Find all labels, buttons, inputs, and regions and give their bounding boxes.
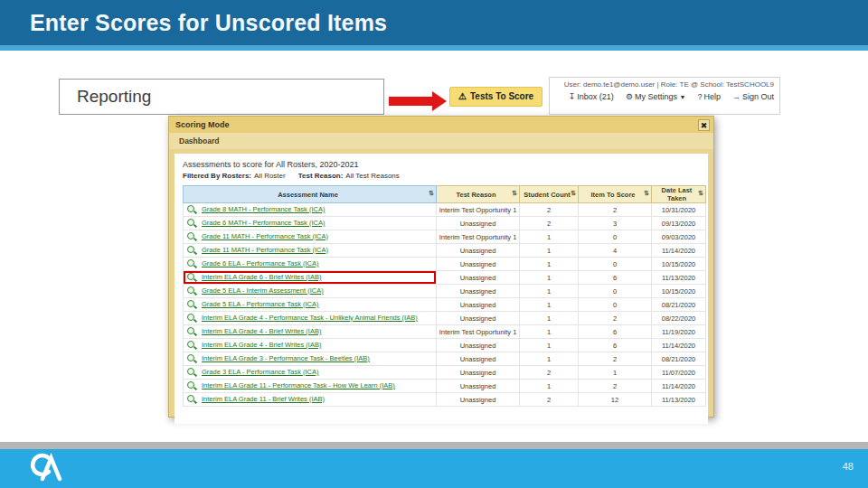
- table-row: Interim ELA Grade 4 - Performance Task -…: [184, 312, 706, 325]
- assessment-link[interactable]: Grade 6 MATH - Performance Task (ICA): [202, 219, 325, 227]
- title-accent-stripe: [0, 45, 868, 51]
- test-reason-cell: Unassigned: [437, 366, 520, 380]
- help-button[interactable]: ?Help: [697, 92, 721, 101]
- column-header-test-reason[interactable]: Test Reason⇅: [437, 186, 520, 203]
- student-count-cell: 2: [520, 366, 579, 380]
- items-to-score-cell: 2: [579, 203, 652, 217]
- date-last-taken-cell: 10/15/2020: [652, 285, 706, 298]
- assessment-cell-highlighted: Interim ELA Grade 6 - Brief Writes (IAB): [184, 271, 437, 285]
- score-magnifier-icon[interactable]: [187, 368, 197, 378]
- sort-icon[interactable]: ⇅: [644, 190, 649, 197]
- column-header-student-count[interactable]: Student Count⇅: [520, 186, 579, 203]
- inbox-icon: ↧: [569, 92, 576, 101]
- date-last-taken-cell: 11/13/2020: [652, 271, 706, 285]
- modal-title: Scoring Mode: [175, 120, 230, 129]
- inbox-button[interactable]: ↧Inbox (21): [569, 92, 614, 101]
- student-count-cell: 1: [520, 244, 579, 258]
- tests-to-score-button[interactable]: ⚠Tests To Score: [449, 87, 542, 107]
- date-last-taken-cell: 11/07/2020: [652, 366, 706, 380]
- date-last-taken-cell: 11/14/2020: [652, 339, 706, 352]
- score-magnifier-icon[interactable]: [187, 395, 197, 405]
- filter-reason-label: Test Reason:: [298, 172, 344, 180]
- assessment-link[interactable]: Interim ELA Grade 6 - Brief Writes (IAB): [202, 273, 321, 281]
- assessment-link[interactable]: Grade 6 ELA - Performance Task (ICA): [202, 259, 319, 267]
- assessment-link[interactable]: Interim ELA Grade 11 - Performance Task …: [202, 381, 395, 389]
- table-row: Interim ELA Grade 3 - Performance Task -…: [184, 352, 706, 366]
- date-last-taken-cell: 08/21/2020: [652, 352, 706, 366]
- assessment-link[interactable]: Grade 5 ELA - Performance Task (ICA): [202, 300, 319, 308]
- items-to-score-cell: 2: [579, 312, 652, 325]
- test-reason-cell: Unassigned: [437, 217, 520, 230]
- table-row: Grade 8 MATH - Performance Task (ICA)Int…: [184, 203, 706, 217]
- assessment-cell: Grade 11 MATH - Performance Task (ICA): [184, 230, 437, 244]
- table-row: Grade 6 ELA - Performance Task (ICA)Unas…: [184, 258, 706, 271]
- test-reason-cell: Interim Test Opportunity 1: [437, 203, 520, 217]
- assessment-link[interactable]: Grade 5 ELA - Interim Assessment (ICA): [202, 286, 324, 295]
- filter-rosters-value: All Roster: [254, 172, 286, 180]
- breadcrumb-dashboard[interactable]: Dashboard: [169, 133, 713, 149]
- table-row: Grade 11 MATH - Performance Task (ICA)In…: [184, 230, 706, 244]
- table-row: Grade 11 MATH - Performance Task (ICA)Un…: [184, 244, 706, 258]
- my-settings-button[interactable]: ⚙My Settings ▼: [626, 92, 686, 101]
- table-header: Assessment Name⇅Test Reason⇅Student Coun…: [184, 186, 706, 203]
- test-reason-cell: Unassigned: [437, 271, 520, 285]
- assessment-link[interactable]: Interim ELA Grade 4 - Brief Writes (IAB): [202, 341, 321, 349]
- score-magnifier-icon[interactable]: [187, 259, 197, 269]
- items-to-score-cell: 2: [579, 380, 652, 393]
- sort-icon[interactable]: ⇅: [698, 190, 703, 197]
- items-to-score-cell: 1: [579, 366, 652, 380]
- items-to-score-cell: 6: [579, 339, 652, 352]
- items-to-score-cell: 4: [579, 244, 652, 258]
- student-count-cell: 1: [520, 339, 579, 352]
- score-magnifier-icon[interactable]: [187, 314, 197, 324]
- score-magnifier-icon[interactable]: [187, 205, 197, 215]
- score-magnifier-icon[interactable]: [187, 232, 197, 242]
- student-count-cell: 1: [520, 325, 579, 339]
- modal-content: Assessments to score for All Rosters, 20…: [175, 154, 708, 424]
- sort-icon[interactable]: ⇅: [571, 190, 576, 197]
- test-reason-cell: Unassigned: [437, 352, 520, 366]
- score-magnifier-icon[interactable]: [187, 219, 197, 229]
- ca-logo: [25, 451, 67, 485]
- table-row: Interim ELA Grade 11 - Brief Writes (IAB…: [184, 393, 706, 407]
- assessment-link[interactable]: Interim ELA Grade 4 - Brief Writes (IAB): [202, 327, 321, 335]
- table-row: Interim ELA Grade 4 - Brief Writes (IAB)…: [184, 339, 706, 352]
- score-magnifier-icon[interactable]: [187, 341, 197, 351]
- column-header-item-to-score[interactable]: Item To Score⇅: [579, 186, 652, 203]
- score-magnifier-icon[interactable]: [187, 273, 197, 283]
- score-magnifier-icon[interactable]: [187, 286, 197, 296]
- sort-icon[interactable]: ⇅: [429, 190, 434, 197]
- assessment-link[interactable]: Grade 11 MATH - Performance Task (ICA): [202, 246, 328, 254]
- score-magnifier-icon[interactable]: [187, 327, 197, 337]
- sign-out-button[interactable]: →Sign Out: [732, 92, 774, 101]
- reporting-title: Reporting: [60, 80, 383, 114]
- student-count-cell: 1: [520, 352, 579, 366]
- score-magnifier-icon[interactable]: [187, 300, 197, 310]
- gear-icon: ⚙: [626, 92, 633, 101]
- assessment-link[interactable]: Grade 8 MATH - Performance Task (ICA): [202, 205, 325, 213]
- column-header-date-last-taken[interactable]: Date Last Taken⇅: [652, 186, 706, 203]
- student-count-cell: 1: [520, 230, 579, 244]
- date-last-taken-cell: 11/19/2020: [652, 325, 706, 339]
- column-header-assessment-name[interactable]: Assessment Name⇅: [184, 186, 437, 203]
- assessment-link[interactable]: Grade 11 MATH - Performance Task (ICA): [202, 232, 328, 240]
- student-count-cell: 1: [520, 298, 579, 312]
- footer-gray-strip: [0, 442, 868, 449]
- assessment-cell: Grade 6 ELA - Performance Task (ICA): [184, 258, 437, 271]
- sort-icon[interactable]: ⇅: [512, 190, 517, 197]
- test-reason-cell: Unassigned: [437, 380, 520, 393]
- assessment-link[interactable]: Interim ELA Grade 4 - Performance Task -…: [202, 314, 418, 322]
- assessment-link[interactable]: Grade 3 ELA - Performance Task (ICA): [202, 368, 319, 376]
- assessment-link[interactable]: Interim ELA Grade 11 - Brief Writes (IAB…: [202, 395, 325, 403]
- test-reason-cell: Unassigned: [437, 312, 520, 325]
- score-magnifier-icon[interactable]: [187, 246, 197, 256]
- table-row: Grade 6 MATH - Performance Task (ICA)Una…: [184, 217, 706, 230]
- reporting-header: Reporting: [59, 79, 384, 115]
- items-to-score-cell: 6: [579, 325, 652, 339]
- assessment-link[interactable]: Interim ELA Grade 3 - Performance Task -…: [202, 354, 370, 362]
- close-icon[interactable]: ✖: [698, 119, 710, 131]
- score-magnifier-icon[interactable]: [187, 354, 197, 364]
- assessment-cell: Grade 6 MATH - Performance Task (ICA): [184, 217, 437, 230]
- student-count-cell: 1: [520, 258, 579, 271]
- score-magnifier-icon[interactable]: [187, 381, 197, 391]
